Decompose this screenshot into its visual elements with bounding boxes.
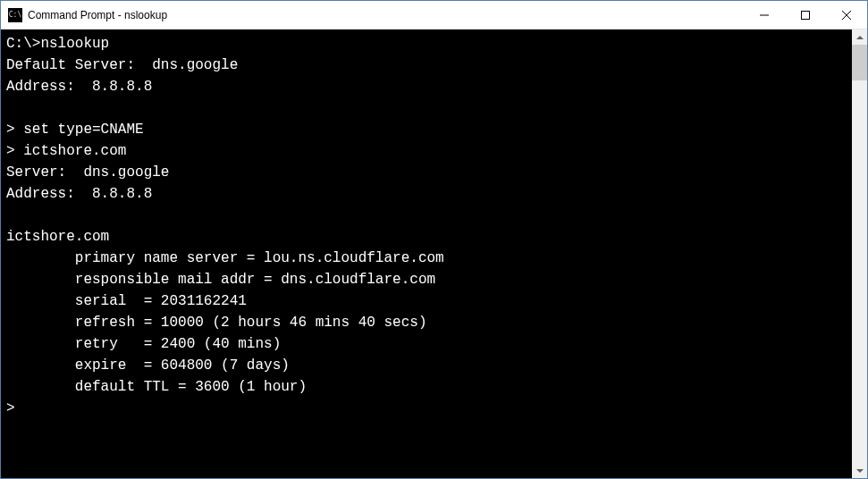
chevron-up-icon <box>856 36 864 39</box>
maximize-icon <box>801 11 810 20</box>
svg-marker-4 <box>856 36 864 39</box>
scrollbar-thumb[interactable] <box>852 45 867 80</box>
cmd-icon: C:\ <box>8 8 22 22</box>
svg-rect-1 <box>802 11 810 19</box>
scroll-down-button[interactable] <box>852 463 867 478</box>
vertical-scrollbar[interactable] <box>852 29 867 478</box>
minimize-button[interactable] <box>744 1 785 29</box>
terminal-output[interactable]: C:\>nslookup Default Server: dns.google … <box>1 29 852 478</box>
titlebar[interactable]: C:\ Command Prompt - nslookup <box>1 1 867 29</box>
scroll-up-button[interactable] <box>852 29 867 45</box>
minimize-icon <box>760 11 769 20</box>
chevron-down-icon <box>856 469 864 473</box>
close-button[interactable] <box>826 1 867 29</box>
window-controls <box>744 1 867 29</box>
svg-marker-5 <box>856 469 864 473</box>
terminal-area: C:\>nslookup Default Server: dns.google … <box>1 29 867 478</box>
maximize-button[interactable] <box>785 1 826 29</box>
window-title: Command Prompt - nslookup <box>28 9 744 21</box>
close-icon <box>842 11 851 20</box>
